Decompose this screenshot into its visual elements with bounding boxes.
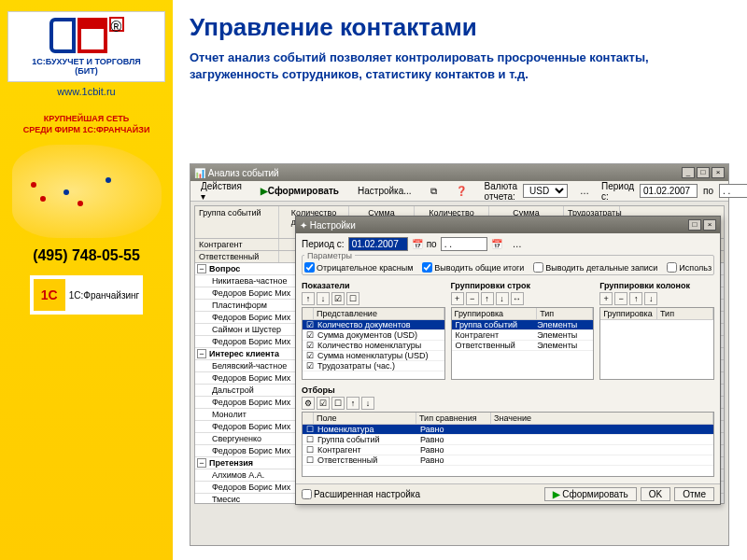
window-titlebar: 📊 Анализ событий _ □ × [190,164,728,181]
row-groups-panel: Группировки строк +−↑↓↔ ГруппировкаТип Г… [451,281,595,380]
list-item[interactable]: ☐НоменклатураРавно [303,425,713,435]
row-groups-list[interactable]: ГруппировкаТип Группа событийЭлементыКон… [451,307,595,380]
list-item[interactable]: ☑Количество документов [303,320,444,330]
col-groups-list[interactable]: ГруппировкаТип [599,307,714,380]
period-label: Период с: [601,181,634,202]
list-item[interactable]: КонтрагентЭлементы [452,330,594,341]
list-item[interactable]: ☑Количество номенклатуры [303,341,444,351]
list-item[interactable]: ☑Сумма номенклатуры (USD) [303,351,444,361]
chk-totals[interactable]: Выводить общие итоги [422,262,524,273]
close-button[interactable]: × [712,167,725,178]
filters-list[interactable]: ПолеТип сравненияЗначение ☐НоменклатураР… [302,412,714,477]
currency-select[interactable]: USD [523,184,568,198]
1c-franchise-badge: 1C1С:Франчайзинг [30,275,144,315]
dlg-form-button[interactable]: ▶Сформировать [544,487,637,501]
maximize-button[interactable]: □ [697,167,710,178]
indicators-list[interactable]: Представление ☑Количество документов☑Сум… [302,307,445,380]
phone-number: (495) 748-05-55 [7,247,165,264]
form-button[interactable]: ▶Сформировать [254,184,345,198]
calendar-icon[interactable]: 📅 [491,239,502,249]
chk-advanced[interactable]: Расширенная настройка [302,489,420,499]
params-group-title: Параметры [304,251,355,260]
list-item[interactable]: ☐КонтрагентРавно [303,445,713,455]
tagline: КРУПНЕЙШАЯ СЕТЬСРЕДИ ФИРМ 1С:ФРАНЧАЙЗИ [7,114,165,135]
toolbar-icon[interactable]: ❓ [449,184,473,198]
move-down-icon[interactable]: ↓ [317,292,330,305]
dialog-close[interactable]: × [703,219,716,231]
map-graphic [12,145,162,238]
report-window: 📊 Анализ событий _ □ × Действия ▾ ▶Сформ… [190,163,729,546]
chk-detail[interactable]: Выводить детальные записи [533,262,657,273]
toolbar-icon[interactable]: ⧉ [424,184,444,199]
minimize-button[interactable]: _ [682,167,695,178]
actions-menu[interactable]: Действия ▾ [194,179,248,203]
dlg-date-to[interactable] [441,237,487,251]
calendar-icon[interactable]: 📅 [412,239,423,249]
check-all-icon[interactable]: ☑ [331,292,345,305]
dlg-cancel-button[interactable]: Отме [674,487,714,501]
list-item[interactable]: ☑Сумма документов (USD) [303,330,444,341]
list-item[interactable]: ☐ОтветственныйРавно [303,455,713,466]
dlg-period-label: Период с: [302,239,345,249]
brand-sidebar: ® 1С:БУХУЧЕТ И ТОРГОВЛЯ(БИТ) www.1cbit.r… [0,0,173,560]
uncheck-all-icon[interactable]: ☐ [346,292,359,305]
website-url: www.1cbit.ru [7,86,165,97]
chk-props[interactable]: Использовать свойства и катего [667,262,712,273]
settings-dialog: ✦ Настройки □ × Период с: 📅 по 📅 … [295,216,721,505]
dlg-period-picker[interactable]: … [506,237,529,251]
page-subtitle: Отчет анализ событий позволяет контролир… [190,49,730,82]
dialog-maximize[interactable]: □ [688,219,701,231]
list-item[interactable]: ☑Трудозатраты (час.) [303,361,444,371]
col-group: Группа событий [195,206,279,238]
list-item[interactable]: Группа событийЭлементы [452,320,594,330]
dlg-date-from[interactable] [348,237,408,251]
date-to-input[interactable] [719,184,747,198]
list-item[interactable]: ☐Группа событийРавно [303,435,713,445]
report-toolbar: Действия ▾ ▶Сформировать Настройка... ⧉ … [190,181,728,202]
page-title: Управление контактами [190,13,730,42]
filters-title: Отборы [302,385,714,395]
settings-button[interactable]: Настройка... [351,184,418,198]
dlg-ok-button[interactable]: OK [641,487,670,501]
col-groups-panel: Группировки колонок +−↑↓ ГруппировкаТип [599,281,714,380]
chk-negative-red[interactable]: Отрицательное красным [304,262,413,273]
move-up-icon[interactable]: ↑ [302,292,315,305]
date-from-input[interactable] [640,184,698,198]
list-item[interactable]: ОтветственныйЭлементы [452,341,594,351]
indicators-panel: Показатели ↑↓☑☐ Представление ☑Количеств… [302,281,445,380]
currency-label: Валюта отчета: [485,181,517,202]
currency-picker[interactable]: … [573,184,596,198]
dialog-titlebar: ✦ Настройки □ × [296,217,720,233]
logo: ® 1С:БУХУЧЕТ И ТОРГОВЛЯ(БИТ) [7,11,165,82]
